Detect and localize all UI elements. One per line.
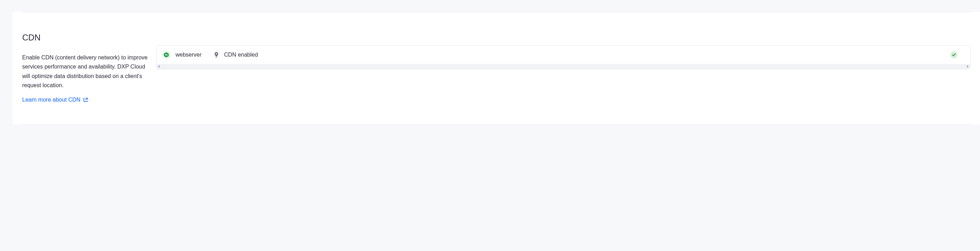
service-name: webserver: [175, 52, 202, 58]
scroll-left-arrow-icon[interactable]: [158, 65, 160, 68]
scroll-right-arrow-icon[interactable]: [967, 65, 969, 68]
horizontal-scrollbar[interactable]: [156, 64, 970, 69]
nginx-icon: [162, 51, 170, 59]
checkmark-icon: [952, 54, 956, 56]
service-card: webserver CDN enabled: [156, 45, 970, 69]
learn-more-cdn-link[interactable]: Learn more about CDN: [22, 97, 88, 103]
external-link-icon: [83, 97, 88, 102]
cdn-title: CDN: [22, 33, 156, 43]
learn-more-label: Learn more about CDN: [22, 97, 80, 103]
cdn-section: CDN Enable CDN (content delivery network…: [13, 12, 980, 103]
service-row[interactable]: webserver CDN enabled: [156, 46, 970, 64]
status-success-badge: [950, 51, 958, 58]
section-divider: [22, 124, 970, 125]
location-pin-icon: [213, 52, 219, 58]
cdn-service-panel: webserver CDN enabled: [156, 33, 970, 103]
svg-point-1: [216, 53, 217, 54]
cdn-description: Enable CDN (content delivery network) to…: [22, 53, 156, 90]
cdn-status-text: CDN enabled: [224, 52, 945, 58]
svg-point-2: [215, 57, 218, 58]
cdn-info-panel: CDN Enable CDN (content delivery network…: [22, 33, 156, 103]
